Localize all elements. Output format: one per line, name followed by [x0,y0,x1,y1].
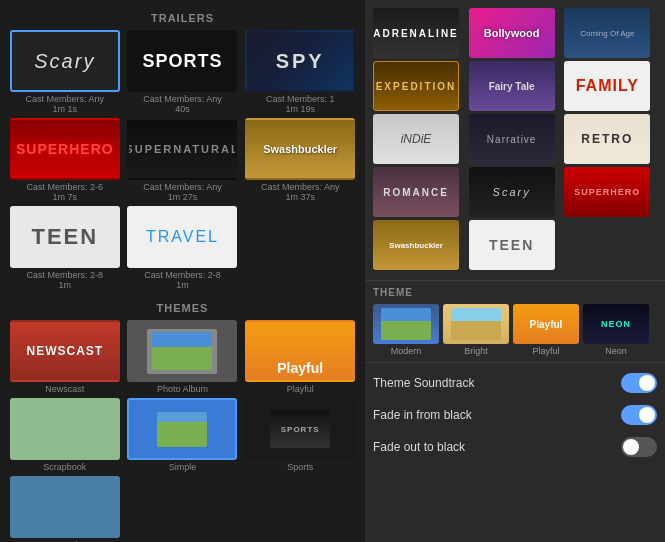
rt-swashbuckler[interactable]: Swashbuckler [373,220,466,270]
theme-thumb-travel2[interactable] [10,476,120,538]
rt-superhero-thumb[interactable]: SUPERHERO [564,167,650,217]
trailer-thumb-supernatural[interactable]: SUPERNATURAL [127,118,237,180]
theme-bright[interactable]: Bright [443,304,509,356]
rt-expedition-label: EXPEDITION [376,81,457,92]
theme-playful-thumb[interactable]: Playful [513,304,579,344]
rt-bollywood-thumb[interactable]: Bollywood [469,8,555,58]
rt-teen[interactable]: TEEN [469,220,562,270]
rt-fairytale-thumb[interactable]: Fairy Tale [469,61,555,111]
rt-retro[interactable]: RETRO [564,114,657,164]
newscast-label: NEWSCAST [26,344,103,358]
trailer-thumb-swashbuckler[interactable]: Swashbuckler [245,118,355,180]
rt-romance-label: ROMANCE [383,187,449,198]
theme-thumb-photo-album[interactable] [127,320,237,382]
rt-bollywood-label: Bollywood [484,27,540,39]
trailers-grid: Scary Cast Members: Any1m 1s SPORTS Cast… [0,30,365,290]
rt-narrative[interactable]: Narrative [469,114,562,164]
theme-thumb-sports2[interactable]: SPORTS [245,398,355,460]
themes-section-label: THEMES [0,298,365,320]
trailer-item-sports[interactable]: SPORTS Cast Members: Any40s [126,30,240,114]
trailer-thumb-teen[interactable]: TEEN [10,206,120,268]
theme-neon-thumb[interactable]: NEON [583,304,649,344]
theme-modern-thumb[interactable] [373,304,439,344]
theme-item-simple[interactable]: Simple [126,398,240,472]
rt-family-thumb[interactable]: FAMILY [564,61,650,111]
theme-neon[interactable]: NEON Neon [583,304,649,356]
theme-item-scrapbook[interactable]: Scrapbook [8,398,122,472]
trailer-item-travel[interactable]: TRAVEL Cast Members: 2-81m [126,206,240,290]
supernatural-label: SUPERNATURAL [127,143,237,155]
theme-modern[interactable]: Modern [373,304,439,356]
teen-label: TEEN [31,224,98,250]
theme-item-travel2[interactable]: Travel [8,476,122,542]
theme-thumb-playful[interactable]: Playful [245,320,355,382]
theme-soundtrack-toggle[interactable] [621,373,657,393]
playful-thumb-text: Playful [530,319,563,330]
spy-meta: Cast Members: 11m 19s [266,94,335,114]
rt-fairytale[interactable]: Fairy Tale [469,61,562,111]
rt-romance-thumb[interactable]: ROMANCE [373,167,459,217]
scary-label: Scary [34,50,95,73]
trailer-thumb-spy[interactable]: SPY [245,30,355,92]
trailer-item-teen[interactable]: TEEN Cast Members: 2-81m [8,206,122,290]
playful-label: Playful [277,360,323,376]
sports2-img: SPORTS [270,410,330,448]
theme-thumb-newscast[interactable]: NEWSCAST [10,320,120,382]
newscast-meta: Newscast [45,384,84,394]
theme-bright-thumb[interactable] [443,304,509,344]
fade-in-toggle[interactable] [621,405,657,425]
theme-thumb-scrapbook[interactable] [10,398,120,460]
rt-teen-thumb[interactable]: TEEN [469,220,555,270]
trailer-thumb-scary[interactable]: Scary [10,30,120,92]
rt-retro-thumb[interactable]: RETRO [564,114,650,164]
rt-swashbuckler-thumb[interactable]: Swashbuckler [373,220,459,270]
rt-superhero-label: SUPERHERO [574,187,640,197]
rt-coming-of-age[interactable]: Coming Of Age [564,8,657,58]
rt-romance[interactable]: ROMANCE [373,167,466,217]
rt-scary-label: Scary [493,186,531,198]
teen-meta: Cast Members: 2-81m [27,270,104,290]
trailer-item-swashbuckler[interactable]: Swashbuckler Cast Members: Any1m 37s [243,118,357,202]
rt-indie-thumb[interactable]: iNDiE [373,114,459,164]
rt-indie[interactable]: iNDiE [373,114,466,164]
setting-fade-out: Fade out to black [373,435,657,459]
rt-adrenaline[interactable]: ADRENALINE [373,8,466,58]
swashbuckler-meta: Cast Members: Any1m 37s [261,182,340,202]
playful-meta: Playful [287,384,314,394]
rt-teen-label: TEEN [489,237,534,253]
scary-meta: Cast Members: Any1m 1s [26,94,105,114]
rt-expedition-thumb[interactable]: EXPEDITION [373,61,459,111]
rt-expedition[interactable]: EXPEDITION [373,61,466,111]
superhero-label: SUPERHERO [16,141,114,157]
theme-thumb-simple[interactable] [127,398,237,460]
fade-out-toggle[interactable] [621,437,657,457]
trailer-item-scary[interactable]: Scary Cast Members: Any1m 1s [8,30,122,114]
rt-superhero[interactable]: SUPERHERO [564,167,657,217]
rt-scary-thumb[interactable]: Scary [469,167,555,217]
theme-playful[interactable]: Playful Playful [513,304,579,356]
spy-label: SPY [276,50,325,73]
theme-item-photo-album[interactable]: Photo Album [126,320,240,394]
trailer-thumb-sports[interactable]: SPORTS [127,30,237,92]
trailer-item-spy[interactable]: SPY Cast Members: 11m 19s [243,30,357,114]
trailer-item-superhero[interactable]: SUPERHERO Cast Members: 2-61m 7s [8,118,122,202]
rt-adrenaline-label: ADRENALINE [373,28,459,39]
theme-item-sports2[interactable]: SPORTS Sports [243,398,357,472]
rt-bollywood[interactable]: Bollywood [469,8,562,58]
travel-label: TRAVEL [146,228,219,246]
rt-family[interactable]: FAMILY [564,61,657,111]
trailer-thumb-travel[interactable]: TRAVEL [127,206,237,268]
trailer-thumb-superhero[interactable]: SUPERHERO [10,118,120,180]
modern-label: Modern [391,346,422,356]
sports-meta: Cast Members: Any40s [143,94,222,114]
rt-coming-of-age-label: Coming Of Age [578,27,636,40]
rt-indie-label: iNDiE [401,132,432,146]
rt-adrenaline-thumb[interactable]: ADRENALINE [373,8,459,58]
simple-img [157,412,207,447]
trailer-item-supernatural[interactable]: SUPERNATURAL Cast Members: Any1m 27s [126,118,240,202]
rt-scary[interactable]: Scary [469,167,562,217]
theme-item-playful[interactable]: Playful Playful [243,320,357,394]
rt-narrative-thumb[interactable]: Narrative [469,114,555,164]
theme-item-newscast[interactable]: NEWSCAST Newscast [8,320,122,394]
rt-coming-of-age-thumb[interactable]: Coming Of Age [564,8,650,58]
